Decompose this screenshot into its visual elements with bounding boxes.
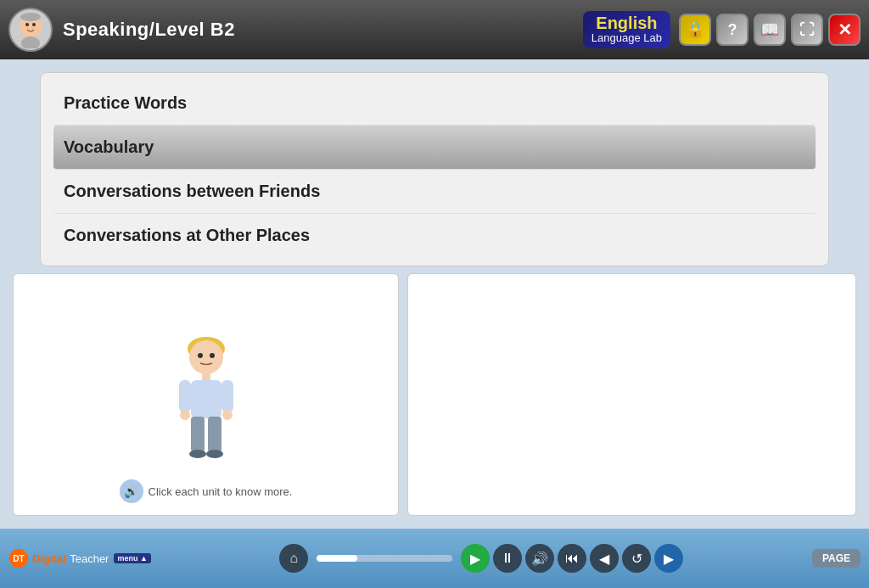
svg-point-2: [25, 23, 29, 26]
menu-item-practice-words-label: Practice Words: [64, 93, 187, 112]
back-button[interactable]: ◀: [590, 544, 619, 573]
svg-point-13: [180, 410, 190, 420]
footer-left: DT Digital Teacher menu ▲: [8, 548, 151, 568]
close-button[interactable]: ✕: [828, 14, 861, 46]
menu-item-vocabulary-label: Vocabulary: [64, 137, 154, 156]
progress-bar: [317, 555, 452, 562]
brand-teacher: Teacher: [70, 552, 109, 565]
svg-point-6: [189, 340, 223, 374]
app-header: Speaking/Level B2 English Language Lab 🔒…: [0, 0, 869, 59]
help-button[interactable]: ?: [716, 14, 748, 46]
footer-logo-icon: DT: [8, 548, 29, 568]
menu-item-conversations-places-label: Conversations at Other Places: [64, 226, 310, 244]
svg-point-14: [222, 410, 233, 420]
header-right: English Language Lab 🔒 ? 📖 ⛶ ✕: [583, 11, 861, 48]
svg-point-17: [189, 450, 206, 458]
menu-panel: Practice Words Vocabulary Conversations …: [40, 72, 829, 266]
menu-item-conversations-friends-label: Conversations between Friends: [64, 182, 320, 200]
volume-button[interactable]: 🔊: [525, 544, 554, 573]
character-figure: [164, 333, 249, 469]
menu-badge[interactable]: menu ▲: [114, 553, 150, 563]
svg-point-3: [32, 23, 36, 26]
logo-english-text: English: [591, 14, 662, 31]
svg-rect-16: [208, 417, 221, 452]
rewind-button[interactable]: ⏮: [558, 544, 586, 573]
hint-text: Click each unit to know more.: [149, 485, 293, 498]
svg-point-7: [198, 353, 203, 358]
svg-text:DT: DT: [13, 554, 24, 563]
footer-controls: ⌂ ▶ ⏸ 🔊 ⏮ ◀ ↺ ▶: [279, 544, 683, 573]
avatar: [8, 8, 53, 52]
brand-digital: Digital: [32, 552, 66, 565]
svg-point-4: [20, 13, 41, 21]
menu-item-conversations-friends[interactable]: Conversations between Friends: [53, 170, 816, 214]
svg-rect-11: [179, 380, 191, 412]
svg-point-1: [21, 36, 40, 48]
book-button[interactable]: 📖: [754, 14, 786, 46]
right-panel: [407, 273, 856, 516]
header-left: Speaking/Level B2: [8, 8, 235, 52]
page-button[interactable]: PAGE: [812, 549, 861, 568]
main-content: Practice Words Vocabulary Conversations …: [0, 59, 869, 529]
svg-rect-10: [191, 380, 221, 418]
forward-button[interactable]: ▶: [654, 544, 683, 573]
svg-rect-12: [221, 380, 233, 412]
menu-item-vocabulary[interactable]: Vocabulary: [53, 126, 816, 170]
app-logo: English Language Lab: [583, 11, 670, 48]
app-footer: DT Digital Teacher menu ▲ ⌂ ▶ ⏸ 🔊 ⏮ ◀ ↺ …: [0, 529, 869, 588]
svg-rect-15: [191, 417, 205, 452]
home-button[interactable]: ⌂: [279, 544, 308, 573]
footer-logo: DT Digital Teacher: [8, 548, 109, 568]
progress-fill: [317, 555, 357, 562]
logo-lab-text: Language Lab: [591, 31, 662, 45]
info-button[interactable]: 🔒: [679, 14, 711, 46]
pause-button[interactable]: ⏸: [493, 544, 522, 573]
speech-hint: 🔊 Click each unit to know more.: [113, 476, 300, 507]
menu-item-practice-words[interactable]: Practice Words: [53, 81, 816, 126]
page-label: PAGE: [822, 552, 850, 564]
character-panel: 🔊 Click each unit to know more.: [13, 273, 399, 516]
lower-section: 🔊 Click each unit to know more.: [13, 273, 856, 516]
speech-icon: 🔊: [120, 479, 143, 503]
expand-button[interactable]: ⛶: [791, 14, 823, 46]
play-button[interactable]: ▶: [461, 544, 490, 573]
footer-brand: Digital Teacher: [32, 551, 109, 566]
svg-point-18: [206, 450, 223, 458]
svg-point-8: [210, 353, 215, 358]
svg-rect-9: [202, 373, 210, 380]
refresh-button[interactable]: ↺: [622, 544, 651, 573]
menu-item-conversations-places[interactable]: Conversations at Other Places: [53, 214, 816, 257]
header-title: Speaking/Level B2: [63, 19, 235, 41]
